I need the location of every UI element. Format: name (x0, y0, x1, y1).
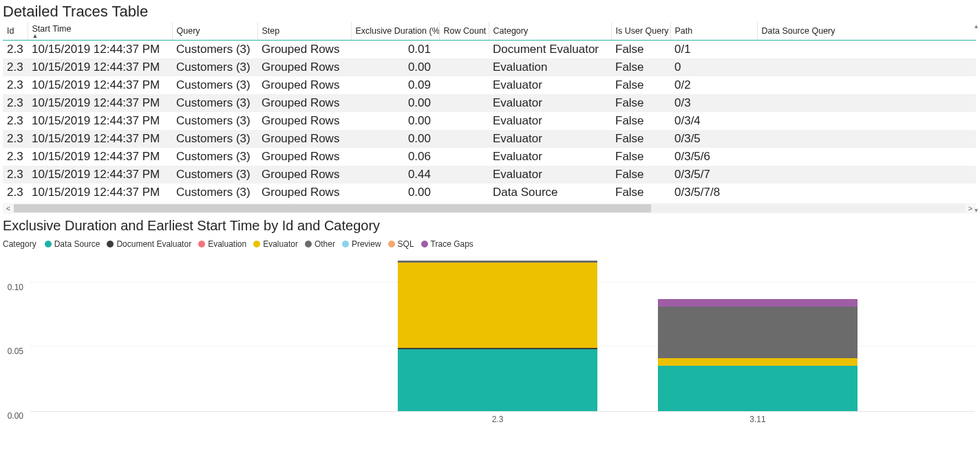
cell: 10/15/2019 12:44:37 PM (28, 94, 172, 112)
cell: 0/3/5 (670, 130, 757, 148)
col-header-exclusive-duration-[interactable]: Exclusive Duration (%) (351, 22, 439, 41)
table-row[interactable]: 2.310/15/2019 12:44:37 PMCustomers (3)Gr… (3, 184, 976, 201)
horizontal-scrollbar[interactable]: < > (3, 203, 976, 214)
cell: Grouped Rows (257, 148, 351, 166)
table-row[interactable]: 2.310/15/2019 12:44:37 PMCustomers (3)Gr… (3, 76, 976, 94)
legend-item-preview[interactable]: Preview (342, 239, 381, 249)
cell: 10/15/2019 12:44:37 PM (28, 58, 172, 76)
table-row[interactable]: 2.310/15/2019 12:44:37 PMCustomers (3)Gr… (3, 166, 976, 184)
legend-item-document-evaluator[interactable]: Document Evaluator (107, 239, 191, 249)
bar-seg-data-source[interactable] (398, 349, 597, 411)
chart-section: Exclusive Duration and Earliest Start Ti… (0, 218, 980, 432)
col-header-category[interactable]: Category (489, 22, 611, 41)
table-row[interactable]: 2.310/15/2019 12:44:37 PMCustomers (3)Gr… (3, 41, 976, 59)
bar-seg-other[interactable] (658, 307, 858, 358)
bar-2.3[interactable] (398, 261, 597, 411)
cell (439, 76, 489, 94)
chart-legend: Category Data SourceDocument EvaluatorEv… (3, 239, 977, 249)
table-row[interactable]: 2.310/15/2019 12:44:37 PMCustomers (3)Gr… (3, 112, 976, 130)
y-tick-label: 0.10 (8, 283, 23, 292)
cell: Evaluation (489, 58, 611, 76)
legend-item-data-source[interactable]: Data Source (45, 239, 100, 249)
cell: 0.44 (351, 166, 439, 184)
chart-area: 0.000.050.10 2.33.11 (3, 257, 977, 432)
col-header-id[interactable]: Id (3, 22, 28, 41)
legend-item-sql[interactable]: SQL (388, 239, 414, 249)
cell: Customers (3) (172, 94, 257, 112)
cell: 0.00 (351, 184, 439, 201)
traces-table[interactable]: IdStart Time▲QueryStepExclusive Duration… (3, 22, 976, 201)
cell: 0/3 (670, 94, 757, 112)
cell: 0/3/5/7 (670, 166, 757, 184)
cell: Grouped Rows (257, 76, 351, 94)
cell: 2.3 (3, 112, 28, 130)
cell: Evaluator (489, 94, 611, 112)
cell: 0.00 (351, 130, 439, 148)
col-header-is-user-query[interactable]: Is User Query (611, 22, 670, 41)
cell: Grouped Rows (257, 94, 351, 112)
cell: 0/3/5/6 (670, 148, 757, 166)
cell: 0/3/4 (670, 112, 757, 130)
hscroll-thumb[interactable] (14, 204, 651, 212)
legend-item-trace-gaps[interactable]: Trace Gaps (421, 239, 473, 249)
cell: 0/1 (670, 41, 757, 59)
legend-text: Trace Gaps (431, 239, 473, 249)
cell: False (611, 148, 670, 166)
col-header-data-source-query[interactable]: Data Source Query (757, 22, 976, 41)
bar-seg-trace-gaps[interactable] (658, 299, 858, 307)
scroll-up-icon[interactable]: ▴ (974, 22, 978, 30)
cell: 2.3 (3, 76, 28, 94)
cell: Grouped Rows (257, 184, 351, 201)
col-header-step[interactable]: Step (257, 22, 351, 41)
col-header-start-time[interactable]: Start Time▲ (28, 22, 172, 41)
vertical-scrollbar[interactable]: ▴ ▾ (972, 22, 980, 214)
cell: False (611, 166, 670, 184)
cell (757, 76, 976, 94)
table-row[interactable]: 2.310/15/2019 12:44:37 PMCustomers (3)Gr… (3, 130, 976, 148)
cell (439, 41, 489, 59)
bar-seg-data-source[interactable] (658, 366, 858, 411)
traces-table-wrap: IdStart Time▲QueryStepExclusive Duration… (3, 22, 976, 214)
cell: 2.3 (3, 184, 28, 201)
cell: Data Source (489, 184, 611, 201)
cell: Customers (3) (172, 148, 257, 166)
y-axis: 0.000.050.10 (3, 257, 28, 412)
table-row[interactable]: 2.310/15/2019 12:44:37 PMCustomers (3)Gr… (3, 58, 976, 76)
legend-item-other[interactable]: Other (305, 239, 335, 249)
legend-item-evaluation[interactable]: Evaluation (198, 239, 246, 249)
bar-seg-evaluator[interactable] (658, 358, 858, 366)
cell (439, 112, 489, 130)
legend-item-evaluator[interactable]: Evaluator (253, 239, 298, 249)
legend-swatch-icon (421, 241, 428, 248)
scroll-left-icon[interactable]: < (3, 204, 14, 212)
table-row[interactable]: 2.310/15/2019 12:44:37 PMCustomers (3)Gr… (3, 148, 976, 166)
cell: 10/15/2019 12:44:37 PM (28, 184, 172, 201)
cell: Grouped Rows (257, 112, 351, 130)
cell: 10/15/2019 12:44:37 PM (28, 41, 172, 59)
cell (439, 58, 489, 76)
scroll-down-icon[interactable]: ▾ (974, 206, 978, 214)
cell: 2.3 (3, 166, 28, 184)
cell: Customers (3) (172, 130, 257, 148)
cell: Evaluator (489, 130, 611, 148)
cell: 10/15/2019 12:44:37 PM (28, 148, 172, 166)
cell: Grouped Rows (257, 166, 351, 184)
cell (757, 112, 976, 130)
bar-seg-evaluator[interactable] (398, 263, 597, 348)
cell: 0 (670, 58, 757, 76)
cell: Customers (3) (172, 166, 257, 184)
col-header-path[interactable]: Path (670, 22, 757, 41)
cell: 0.09 (351, 76, 439, 94)
bar-3.11[interactable] (658, 299, 858, 411)
cell: 2.3 (3, 130, 28, 148)
legend-swatch-icon (45, 241, 52, 248)
cell (757, 41, 976, 59)
cell: 0.06 (351, 148, 439, 166)
cell: 10/15/2019 12:44:37 PM (28, 166, 172, 184)
cell (439, 130, 489, 148)
table-row[interactable]: 2.310/15/2019 12:44:37 PMCustomers (3)Gr… (3, 94, 976, 112)
col-header-query[interactable]: Query (172, 22, 257, 41)
col-header-row-count[interactable]: Row Count (439, 22, 489, 41)
hscroll-track[interactable] (14, 204, 965, 212)
chart-plot[interactable] (30, 257, 974, 412)
